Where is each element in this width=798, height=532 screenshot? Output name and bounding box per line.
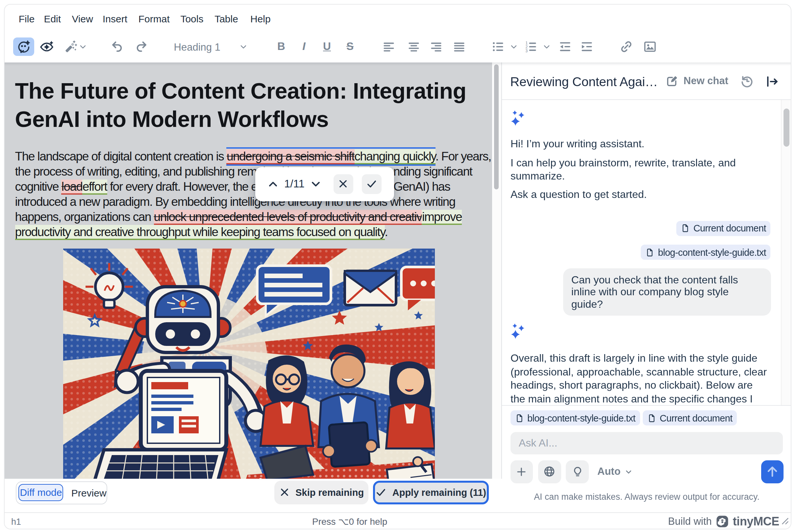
svg-text:3: 3 [525, 48, 527, 53]
